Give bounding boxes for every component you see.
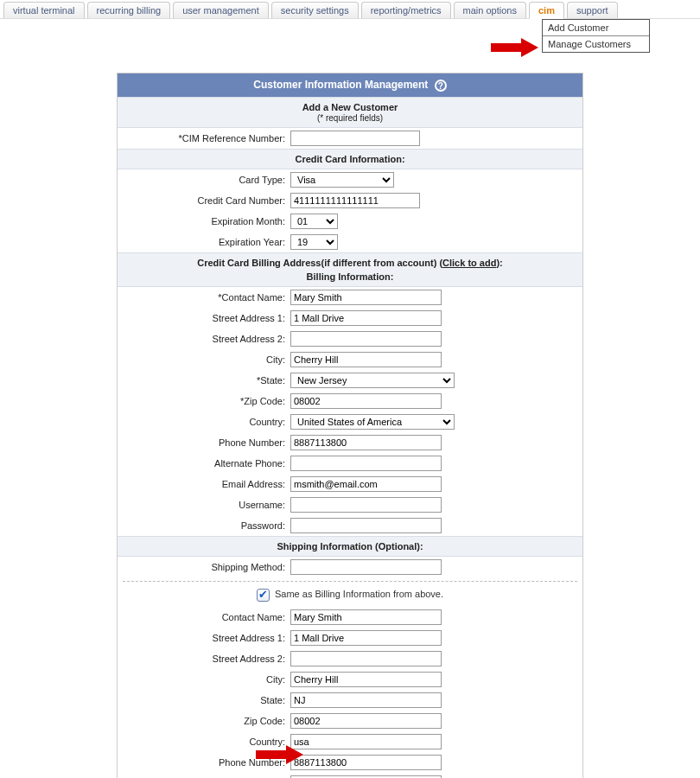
- tab-recurring-billing[interactable]: recurring billing: [87, 2, 171, 18]
- section-cc-billing: Credit Card Billing Address(if different…: [118, 252, 582, 287]
- input-b-addr2[interactable]: [290, 331, 442, 347]
- tab-cim[interactable]: cim: [529, 2, 564, 19]
- label-b-alt-phone: Alternate Phone:: [118, 458, 290, 469]
- input-b-contact[interactable]: [290, 290, 442, 305]
- label-b-username: Username:: [118, 500, 290, 510]
- label-cc-number: Credit Card Number:: [118, 195, 290, 206]
- help-icon[interactable]: ?: [435, 80, 447, 92]
- input-cc-number[interactable]: [290, 193, 420, 208]
- label-b-country: Country:: [118, 417, 290, 427]
- cim-dropdown: Add Customer Manage Customers: [542, 19, 650, 53]
- tab-security-settings[interactable]: security settings: [271, 2, 359, 18]
- label-s-zip: Zip Code:: [118, 716, 290, 726]
- input-b-zip[interactable]: [290, 393, 442, 409]
- dropdown-add-customer[interactable]: Add Customer: [543, 20, 649, 36]
- label-cim-ref: *CIM Reference Number:: [118, 133, 290, 143]
- cc-billing-prefix: Credit Card Billing Address(if different…: [197, 258, 442, 268]
- banner-title: Customer Information Management: [253, 79, 428, 91]
- label-b-addr2: Street Address 2:: [118, 334, 290, 344]
- label-b-state: *State:: [118, 375, 290, 386]
- label-same-as-billing: Same as Billing Information from above.: [275, 589, 443, 599]
- input-cim-ref[interactable]: [290, 131, 420, 146]
- label-exp-month: Expiration Month:: [118, 216, 290, 226]
- input-s-country[interactable]: [290, 734, 442, 749]
- tab-support[interactable]: support: [567, 2, 618, 18]
- form-banner: Customer Information Management ?: [118, 73, 582, 97]
- input-s-addr1[interactable]: [290, 630, 442, 646]
- tab-reporting-metrics[interactable]: reporting/metrics: [361, 2, 451, 18]
- label-b-password: Password:: [118, 520, 290, 531]
- section-billing-info: Billing Information:: [121, 271, 579, 282]
- tab-main-options[interactable]: main options: [454, 2, 526, 18]
- tab-bar: virtual terminal recurring billing user …: [0, 0, 700, 19]
- input-s-zip[interactable]: [290, 713, 442, 729]
- input-b-phone[interactable]: [290, 435, 442, 450]
- link-click-to-add[interactable]: Click to add: [442, 258, 496, 268]
- label-b-contact: *Contact Name:: [118, 292, 290, 303]
- select-exp-month[interactable]: 01: [290, 214, 338, 229]
- dropdown-manage-customers[interactable]: Manage Customers: [543, 36, 649, 52]
- arrow-icon: [491, 38, 538, 57]
- label-card-type: Card Type:: [118, 175, 290, 185]
- select-b-country[interactable]: United States of America: [290, 414, 455, 430]
- label-shipping-method: Shipping Method:: [118, 562, 290, 572]
- input-s-phone[interactable]: [290, 755, 442, 770]
- section-shipping-info: Shipping Information (Optional):: [118, 536, 582, 557]
- section-add-new: Add a New Customer (* required fields): [118, 97, 582, 128]
- label-b-addr1: Street Address 1:: [118, 313, 290, 323]
- input-b-username[interactable]: [290, 497, 442, 513]
- input-s-addr2[interactable]: [290, 651, 442, 666]
- select-card-type[interactable]: Visa: [290, 172, 394, 188]
- label-b-zip: *Zip Code:: [118, 396, 290, 406]
- input-b-addr1[interactable]: [290, 310, 442, 326]
- label-b-city: City:: [118, 354, 290, 365]
- checkbox-same-as-billing[interactable]: [257, 589, 270, 602]
- label-b-phone: Phone Number:: [118, 437, 290, 448]
- svg-marker-0: [491, 38, 538, 57]
- required-fields-note: (* required fields): [317, 113, 383, 123]
- input-s-state[interactable]: [290, 692, 442, 708]
- divider: [123, 581, 577, 582]
- cim-form: Customer Information Management ? Add a …: [117, 73, 583, 778]
- tab-virtual-terminal[interactable]: virtual terminal: [3, 2, 85, 18]
- label-s-addr1: Street Address 1:: [118, 633, 290, 643]
- input-b-email[interactable]: [290, 476, 442, 492]
- input-shipping-method[interactable]: [290, 559, 442, 575]
- label-s-country: Country:: [118, 737, 290, 747]
- label-b-email: Email Address:: [118, 479, 290, 489]
- input-s-contact[interactable]: [290, 609, 442, 625]
- select-exp-year[interactable]: 19: [290, 234, 338, 250]
- input-b-city[interactable]: [290, 352, 442, 367]
- label-s-addr2: Street Address 2:: [118, 654, 290, 664]
- input-s-city[interactable]: [290, 672, 442, 687]
- input-b-alt-phone[interactable]: [290, 456, 442, 471]
- label-s-state: State:: [118, 695, 290, 705]
- label-s-city: City:: [118, 674, 290, 685]
- section-add-new-title: Add a New Customer: [302, 102, 398, 112]
- label-s-contact: Contact Name:: [118, 612, 290, 622]
- select-b-state[interactable]: New Jersey: [290, 373, 455, 388]
- section-credit-card: Credit Card Information:: [118, 149, 582, 169]
- cc-billing-suffix: ):: [496, 258, 502, 268]
- tab-user-management[interactable]: user management: [173, 2, 269, 18]
- label-exp-year: Expiration Year:: [118, 237, 290, 247]
- label-s-phone: Phone Number:: [118, 757, 290, 768]
- input-b-password[interactable]: [290, 518, 442, 533]
